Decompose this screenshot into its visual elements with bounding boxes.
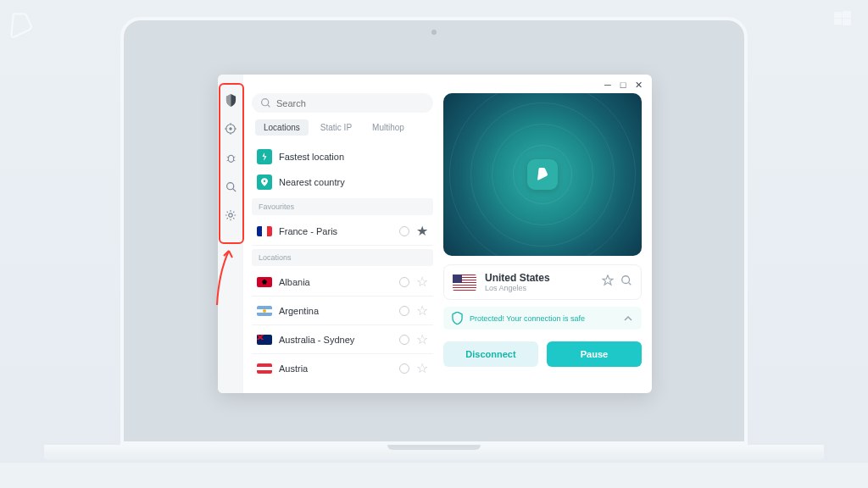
flag-australia-icon (257, 335, 272, 345)
sidebar-settings-icon[interactable] (224, 208, 237, 222)
minimize-button[interactable]: ─ (603, 80, 613, 90)
sidebar-alert-icon[interactable] (224, 122, 237, 136)
search-icon (260, 97, 271, 108)
search-input[interactable] (276, 98, 425, 108)
svg-rect-1 (843, 11, 851, 18)
tab-multihop[interactable]: Multihop (364, 119, 413, 136)
search-location-button[interactable] (620, 274, 632, 290)
locations-panel: Locations Static IP Multihop Fastest loc… (243, 75, 440, 393)
nearest-country-label: Nearest country (279, 177, 345, 187)
locations-list: Albania ☆ Argentina ☆ Australia - Sydney… (252, 268, 433, 393)
star-icon[interactable]: ★ (416, 223, 428, 239)
svg-point-18 (262, 99, 269, 106)
floor-decoration (0, 463, 868, 488)
nearest-country[interactable]: Nearest country (252, 169, 433, 195)
location-label: Austria (279, 363, 399, 374)
windows-icon (834, 10, 851, 27)
location-label: Albania (279, 277, 399, 287)
flag-argentina-icon (257, 306, 272, 316)
latency-indicator (399, 335, 409, 345)
location-item-france[interactable]: France - Paris ★ (252, 217, 433, 246)
pin-icon (257, 175, 272, 190)
flag-albania-icon (257, 277, 272, 287)
maximize-button[interactable]: □ (618, 80, 628, 90)
star-icon[interactable]: ☆ (416, 360, 428, 376)
search-box[interactable] (252, 93, 433, 113)
chevron-up-icon (623, 313, 633, 324)
close-button[interactable]: ✕ (633, 80, 643, 90)
latency-indicator (399, 226, 409, 236)
connection-country: United States (485, 272, 595, 284)
tabs: Locations Static IP Multihop (252, 119, 433, 136)
location-item[interactable]: Austria ☆ (252, 354, 433, 382)
location-label: France - Paris (279, 226, 399, 236)
svg-point-15 (226, 182, 233, 189)
locations-header: Locations (252, 249, 433, 266)
latency-indicator (399, 277, 409, 287)
bolt-icon (257, 149, 272, 164)
svg-rect-3 (843, 19, 851, 25)
sidebar-search-icon[interactable] (224, 180, 237, 193)
tab-locations[interactable]: Locations (255, 119, 309, 136)
location-item[interactable]: Albania ☆ (252, 268, 433, 297)
tab-static-ip[interactable]: Static IP (312, 119, 360, 136)
location-label: Australia - Sydney (279, 335, 399, 345)
disconnect-button[interactable]: Disconnect (443, 341, 538, 367)
svg-line-21 (629, 283, 632, 286)
star-icon[interactable]: ☆ (416, 302, 428, 319)
favourite-button[interactable] (602, 274, 614, 290)
flag-us-icon (453, 274, 476, 291)
connection-card: United States Los Angeles (443, 264, 642, 300)
location-item[interactable]: Australia - Sydney ☆ (252, 325, 433, 354)
location-item[interactable]: Argentina ☆ (252, 297, 433, 325)
latency-indicator (399, 306, 409, 316)
svg-point-10 (228, 155, 234, 162)
svg-point-20 (622, 276, 630, 284)
svg-line-16 (232, 188, 235, 191)
star-icon[interactable]: ☆ (416, 331, 428, 347)
connection-panel: United States Los Angeles Protected! You… (440, 75, 652, 393)
svg-point-17 (229, 214, 232, 217)
surfshark-logo-icon (527, 159, 558, 190)
svg-point-5 (229, 127, 232, 130)
svg-rect-2 (834, 19, 842, 25)
star-icon[interactable]: ☆ (416, 274, 428, 290)
favourites-header: Favourites (252, 198, 433, 215)
sidebar (218, 75, 243, 393)
shield-icon (452, 312, 463, 324)
connection-city: Los Angeles (485, 284, 595, 292)
window-controls: ─ □ ✕ (603, 80, 643, 90)
fastest-location[interactable]: Fastest location (252, 144, 433, 169)
status-bar[interactable]: Protected! Your connection is safe (443, 307, 642, 330)
surfshark-bg-logo (4, 8, 40, 44)
status-text: Protected! Your connection is safe (470, 314, 623, 323)
svg-line-19 (268, 105, 270, 107)
flag-france-icon (257, 226, 272, 236)
location-label: Argentina (279, 306, 399, 316)
connection-visual (443, 93, 642, 256)
sidebar-vpn-icon[interactable] (224, 93, 237, 107)
fastest-location-label: Fastest location (279, 152, 344, 162)
action-buttons: Disconnect Pause (443, 341, 642, 367)
flag-austria-icon (257, 363, 272, 374)
arrow-annotation (215, 247, 236, 307)
pause-button[interactable]: Pause (547, 341, 642, 367)
sidebar-antivirus-icon[interactable] (224, 151, 237, 164)
svg-rect-0 (834, 12, 842, 18)
latency-indicator (399, 363, 409, 374)
app-window: ─ □ ✕ Locations Static IP Multihop (218, 75, 652, 393)
